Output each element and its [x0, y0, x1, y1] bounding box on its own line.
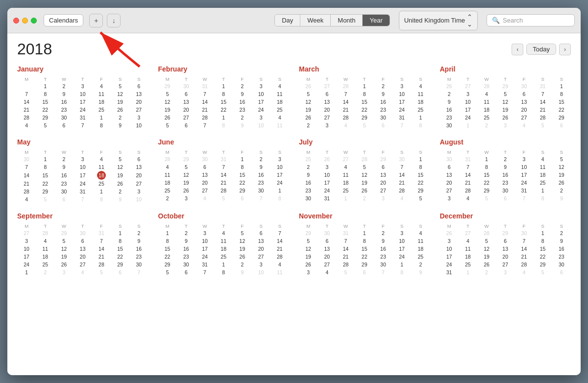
- calendar-day[interactable]: 28: [158, 155, 177, 163]
- calendar-day[interactable]: 28: [336, 82, 355, 90]
- calendar-day[interactable]: 3: [459, 90, 477, 98]
- calendar-day[interactable]: 31: [214, 155, 233, 163]
- calendar-day[interactable]: 5: [54, 237, 73, 245]
- calendar-day[interactable]: 29: [111, 261, 129, 268]
- calendar-day[interactable]: 8: [534, 194, 552, 202]
- calendar-day[interactable]: 5: [36, 121, 54, 129]
- calendar-day[interactable]: 12: [299, 245, 318, 253]
- calendar-day[interactable]: 2: [129, 229, 148, 237]
- calendar-day[interactable]: 14: [392, 171, 411, 179]
- calendar-day[interactable]: 4: [336, 121, 355, 129]
- calendar-day[interactable]: 6: [177, 121, 196, 129]
- calendar-day[interactable]: 15: [477, 171, 496, 179]
- calendar-day[interactable]: 14: [92, 245, 111, 253]
- calendar-day[interactable]: 18: [534, 171, 552, 179]
- calendar-day[interactable]: 17: [392, 245, 411, 253]
- calendar-day[interactable]: 23: [129, 253, 148, 261]
- calendar-day[interactable]: 4: [92, 155, 111, 163]
- calendar-day[interactable]: 8: [92, 195, 111, 203]
- calendar-day[interactable]: 5: [158, 121, 177, 129]
- calendar-day[interactable]: 6: [374, 163, 392, 171]
- calendar-day[interactable]: 20: [196, 179, 214, 187]
- calendar-day[interactable]: 30: [129, 261, 148, 268]
- calendar-day[interactable]: 19: [233, 245, 251, 253]
- calendar-day[interactable]: 5: [177, 163, 196, 171]
- month-name-august[interactable]: August: [440, 138, 571, 146]
- calendar-day[interactable]: 26: [440, 229, 459, 237]
- calendar-day[interactable]: 12: [111, 163, 129, 171]
- calendar-day[interactable]: 7: [534, 90, 552, 98]
- calendar-day[interactable]: 15: [158, 245, 177, 253]
- calendar-day[interactable]: 28: [514, 261, 533, 268]
- calendar-day[interactable]: 4: [17, 195, 36, 203]
- calendar-day[interactable]: 5: [477, 194, 496, 202]
- calendar-day[interactable]: 9: [177, 237, 196, 245]
- calendar-day[interactable]: 10: [129, 121, 148, 129]
- calendar-day[interactable]: 28: [92, 261, 111, 268]
- calendar-day[interactable]: 17: [459, 106, 477, 114]
- calendar-day[interactable]: 22: [36, 106, 54, 114]
- calendar-day[interactable]: 2: [355, 194, 374, 202]
- calendar-day[interactable]: 5: [299, 237, 318, 245]
- calendar-day[interactable]: 10: [392, 90, 411, 98]
- calendar-day[interactable]: 29: [552, 114, 571, 121]
- calendar-day[interactable]: 29: [299, 229, 318, 237]
- calendar-day[interactable]: 15: [534, 245, 552, 253]
- calendar-day[interactable]: 23: [374, 253, 392, 261]
- prev-year-button[interactable]: ‹: [512, 44, 523, 55]
- calendar-day[interactable]: 17: [318, 179, 336, 187]
- calendar-day[interactable]: 30: [318, 229, 336, 237]
- calendar-day[interactable]: 5: [111, 155, 129, 163]
- calendar-day[interactable]: 12: [552, 163, 571, 171]
- calendar-day[interactable]: 7: [336, 237, 355, 245]
- calendar-day[interactable]: 23: [374, 106, 392, 114]
- calendar-day[interactable]: 29: [36, 188, 54, 195]
- calendar-day[interactable]: 7: [196, 268, 214, 276]
- calendar-day[interactable]: 6: [252, 229, 270, 237]
- calendar-day[interactable]: 3: [440, 194, 459, 202]
- calendar-day[interactable]: 16: [374, 98, 392, 106]
- calendar-day[interactable]: 11: [477, 98, 496, 106]
- minimize-button[interactable]: [22, 18, 28, 24]
- calendar-day[interactable]: 14: [17, 98, 36, 106]
- calendar-day[interactable]: 20: [514, 106, 533, 114]
- calendar-day[interactable]: 4: [270, 261, 289, 268]
- calendar-day[interactable]: 8: [36, 163, 54, 171]
- calendar-day[interactable]: 12: [496, 98, 514, 106]
- calendar-day[interactable]: 27: [496, 261, 514, 268]
- calendar-day[interactable]: 25: [36, 261, 54, 268]
- calendar-day[interactable]: 30: [299, 194, 318, 202]
- calendar-day[interactable]: 11: [411, 90, 430, 98]
- calendar-day[interactable]: 13: [318, 98, 336, 106]
- calendar-day[interactable]: 29: [233, 187, 251, 194]
- calendar-day[interactable]: 3: [496, 121, 514, 129]
- calendar-day[interactable]: 28: [270, 253, 289, 261]
- calendar-day[interactable]: 1: [534, 229, 552, 237]
- calendar-day[interactable]: 14: [534, 98, 552, 106]
- calendar-day[interactable]: 22: [158, 253, 177, 261]
- calendar-day[interactable]: 11: [36, 245, 54, 253]
- calendar-day[interactable]: 5: [92, 268, 111, 276]
- calendar-day[interactable]: 11: [270, 121, 289, 129]
- calendar-day[interactable]: 26: [299, 261, 318, 268]
- calendar-day[interactable]: 9: [111, 195, 129, 203]
- calendar-day[interactable]: 9: [233, 268, 251, 276]
- calendar-day[interactable]: 11: [459, 245, 477, 253]
- calendar-day[interactable]: 31: [196, 261, 214, 268]
- calendar-day[interactable]: 3: [299, 268, 318, 276]
- calendar-day[interactable]: 30: [374, 114, 392, 121]
- calendar-day[interactable]: 2: [233, 261, 251, 268]
- calendar-day[interactable]: 11: [270, 268, 289, 276]
- calendar-day[interactable]: 11: [214, 237, 233, 245]
- calendar-day[interactable]: 27: [374, 187, 392, 194]
- month-name-december[interactable]: December: [440, 212, 571, 220]
- calendar-day[interactable]: 11: [158, 171, 177, 179]
- calendar-day[interactable]: 14: [196, 98, 214, 106]
- calendar-day[interactable]: 15: [111, 245, 129, 253]
- month-name-june[interactable]: June: [158, 138, 290, 146]
- calendar-day[interactable]: 3: [374, 194, 392, 202]
- calendar-day[interactable]: 3: [177, 194, 196, 202]
- calendar-day[interactable]: 14: [459, 171, 477, 179]
- calendar-day[interactable]: 17: [74, 171, 92, 180]
- calendar-day[interactable]: 2: [158, 194, 177, 202]
